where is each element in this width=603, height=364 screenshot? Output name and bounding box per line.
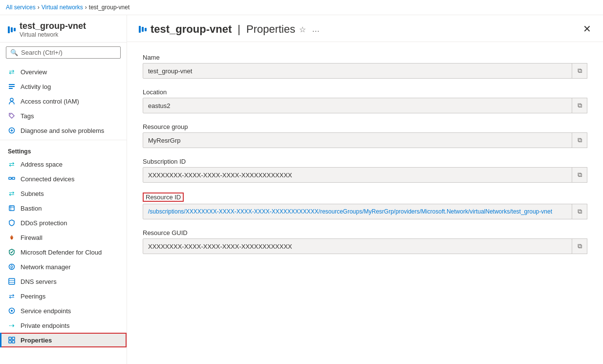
- svg-rect-22: [12, 337, 15, 340]
- ddos-icon: [8, 219, 16, 227]
- search-icon: 🔍: [10, 49, 18, 56]
- field-value-subscription-id: XXXXXXXX-XXXX-XXXX-XXXX-XXXXXXXXXXXX: [143, 167, 572, 183]
- sidebar-item-overview[interactable]: ⇄ Overview: [0, 64, 127, 79]
- properties-icon: [8, 336, 16, 344]
- network-manager-icon: [8, 263, 16, 271]
- settings-section-label: Settings: [0, 142, 127, 157]
- bastion-icon: [8, 204, 16, 212]
- sidebar-item-bastion[interactable]: Bastion: [0, 201, 127, 215]
- field-value-name: test_group-vnet: [143, 63, 572, 79]
- content-body: Name test_group-vnet ⧉ Location eastus2 …: [127, 42, 603, 364]
- access-control-icon: [8, 97, 16, 105]
- sidebar-header: test_group-vnet Virtual network: [0, 15, 127, 43]
- sidebar-item-label: Firewall: [21, 234, 43, 241]
- copy-location-button[interactable]: ⧉: [572, 98, 587, 113]
- peerings-icon: ⇄: [8, 292, 16, 300]
- sidebar-item-dns[interactable]: DNS servers: [0, 274, 127, 289]
- sidebar-resource-subtitle: Virtual network: [20, 31, 86, 38]
- sidebar-item-subnets[interactable]: ⇄ Subnets: [0, 186, 127, 201]
- sidebar-item-peerings[interactable]: ⇄ Peerings: [0, 289, 127, 303]
- connected-devices-icon: [8, 175, 16, 183]
- sidebar-item-address-space[interactable]: ⇄ Address space: [0, 157, 127, 171]
- svg-rect-9: [9, 206, 14, 211]
- sidebar-item-tags[interactable]: Tags: [0, 108, 127, 123]
- sidebar-item-label: Access control (IAM): [21, 98, 79, 105]
- field-subscription-id: Subscription ID XXXXXXXX-XXXX-XXXX-XXXX-…: [143, 158, 587, 183]
- sidebar-item-label: Connected devices: [21, 175, 75, 183]
- field-resource-group: Resource group MyResrGrp ⧉: [143, 123, 587, 148]
- close-button[interactable]: ✕: [583, 23, 591, 35]
- field-value-resource-group: MyResrGrp: [143, 132, 572, 148]
- sidebar-item-network-manager[interactable]: Network manager: [0, 259, 127, 274]
- field-label-location: Location: [143, 88, 587, 96]
- sidebar-item-properties[interactable]: Properties: [0, 333, 127, 347]
- copy-resource-guid-button[interactable]: ⧉: [572, 238, 587, 254]
- sidebar-item-firewall[interactable]: Firewall: [0, 230, 127, 245]
- field-label-resource-id: Resource ID: [143, 193, 587, 202]
- svg-rect-16: [9, 278, 15, 284]
- svg-rect-2: [9, 88, 13, 89]
- field-value-resource-id: /subscriptions/XXXXXXXX-XXXX-XXXX-XXXX-X…: [143, 204, 572, 219]
- svg-rect-6: [9, 177, 11, 179]
- sidebar-item-label: DDoS protection: [21, 219, 67, 227]
- sidebar-item-label: Subnets: [21, 190, 44, 197]
- header-action-icons: ☆ …: [299, 25, 320, 34]
- header-separator: |: [237, 23, 240, 36]
- service-endpoints-icon: [8, 307, 16, 315]
- field-value-row-name: test_group-vnet ⧉: [143, 63, 587, 79]
- field-location: Location eastus2 ⧉: [143, 88, 587, 113]
- breadcrumb-all-services[interactable]: All services: [6, 4, 36, 11]
- breadcrumb-virtual-networks[interactable]: Virtual networks: [42, 4, 83, 11]
- search-box[interactable]: 🔍: [6, 46, 121, 59]
- field-value-row-subscription-id: XXXXXXXX-XXXX-XXXX-XXXX-XXXXXXXXXXXX ⧉: [143, 167, 587, 183]
- sidebar-item-access-control[interactable]: Access control (IAM): [0, 94, 127, 108]
- sidebar-item-label: Overview: [21, 68, 47, 76]
- header-logo-bar-2: [142, 27, 144, 32]
- breadcrumb: All services › Virtual networks › test_g…: [0, 0, 603, 15]
- content-header: test_group-vnet | Properties ☆ … ✕: [127, 15, 603, 42]
- more-options-icon[interactable]: …: [312, 25, 320, 34]
- sidebar-item-label: Peerings: [21, 293, 45, 300]
- app-container: All services › Virtual networks › test_g…: [0, 0, 603, 364]
- sidebar-item-label: Activity log: [21, 83, 51, 90]
- field-resource-id: Resource ID /subscriptions/XXXXXXXX-XXXX…: [143, 193, 587, 219]
- sidebar-item-diagnose[interactable]: Diagnose and solve problems: [0, 123, 127, 138]
- sidebar-item-defender[interactable]: Microsoft Defender for Cloud: [0, 245, 127, 259]
- header-page-name: Properties: [246, 23, 295, 36]
- search-input[interactable]: [21, 49, 116, 56]
- resource-id-label-highlighted: Resource ID: [143, 193, 184, 202]
- sidebar-item-label: Bastion: [21, 205, 42, 212]
- svg-rect-7: [12, 177, 15, 179]
- sidebar-item-label: Network manager: [21, 263, 71, 271]
- defender-icon: [8, 248, 16, 256]
- tags-icon: [8, 112, 16, 120]
- field-resource-guid: Resource GUID XXXXXXXX-XXXX-XXXX-XXXX-XX…: [143, 229, 587, 254]
- logo-bar-2: [11, 27, 13, 32]
- firewall-icon: [8, 234, 16, 241]
- dns-icon: [8, 278, 16, 285]
- sidebar-item-connected-devices[interactable]: Connected devices: [0, 171, 127, 186]
- field-label-name: Name: [143, 54, 587, 61]
- sidebar-item-service-endpoints[interactable]: Service endpoints: [0, 303, 127, 318]
- sidebar-item-ddos[interactable]: DDoS protection: [0, 215, 127, 230]
- copy-subscription-id-button[interactable]: ⧉: [572, 167, 587, 183]
- sidebar-item-label: Address space: [21, 161, 63, 168]
- sidebar: test_group-vnet Virtual network 🔍 ⇄ Over…: [0, 15, 127, 364]
- favorite-icon[interactable]: ☆: [299, 25, 306, 34]
- sidebar-item-label: Service endpoints: [21, 307, 71, 315]
- copy-resource-id-button[interactable]: ⧉: [572, 204, 587, 219]
- sidebar-item-activity-log[interactable]: Activity log: [0, 79, 127, 94]
- sidebar-item-label: Diagnose and solve problems: [21, 127, 104, 134]
- svg-point-4: [10, 114, 11, 115]
- sidebar-item-label: Tags: [21, 112, 34, 120]
- diagnose-icon: [8, 127, 16, 134]
- field-value-row-resource-id: /subscriptions/XXXXXXXX-XXXX-XXXX-XXXX-X…: [143, 204, 587, 219]
- field-value-resource-guid: XXXXXXXX-XXXX-XXXX-XXXX-XXXXXXXXXXXX: [143, 238, 572, 254]
- sidebar-item-private-endpoints[interactable]: ⇢ Private endpoints: [0, 318, 127, 333]
- copy-name-button[interactable]: ⧉: [572, 63, 587, 79]
- header-logo-bar-1: [139, 26, 141, 33]
- sidebar-resource-title: test_group-vnet: [20, 21, 86, 31]
- copy-resource-group-button[interactable]: ⧉: [572, 132, 587, 148]
- overview-icon: ⇄: [8, 68, 16, 76]
- svg-point-13: [11, 266, 13, 268]
